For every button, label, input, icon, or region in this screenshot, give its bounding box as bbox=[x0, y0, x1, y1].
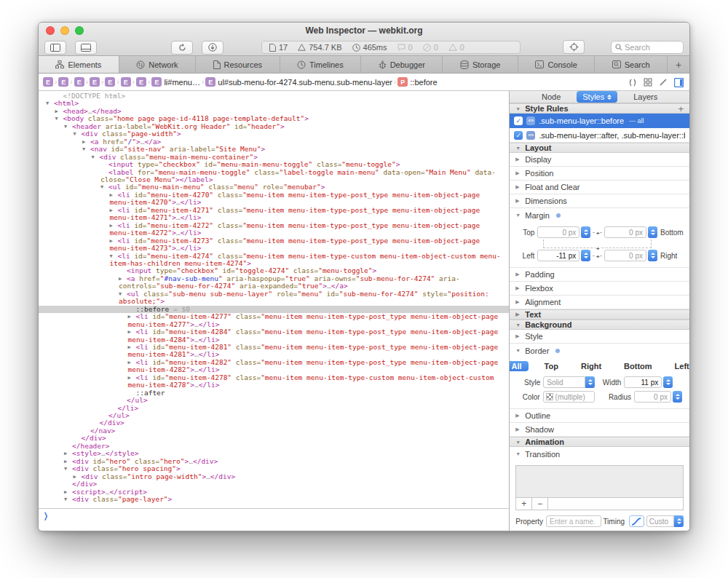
dom-tree-line[interactable]: ::after bbox=[39, 389, 509, 397]
rule-enabled-checkbox[interactable]: ✓ bbox=[514, 131, 523, 140]
reload-button[interactable] bbox=[171, 41, 193, 55]
tab-resources[interactable]: Resources bbox=[196, 56, 280, 73]
dom-tree-line[interactable]: ▶<li id="menu-item-4273" class="menu-ite… bbox=[39, 237, 509, 253]
timing-function-stepper[interactable] bbox=[674, 515, 684, 527]
flexbox-row[interactable]: ▶Flexbox bbox=[510, 282, 689, 296]
download-button[interactable] bbox=[202, 41, 223, 55]
transition-property-input[interactable]: Enter a name. bbox=[546, 515, 601, 527]
border-width-input[interactable]: 11 px bbox=[624, 376, 662, 388]
animation-section-header[interactable]: ▼ Animation bbox=[510, 437, 689, 447]
float-clear-row[interactable]: ▶Float and Clear bbox=[510, 181, 689, 194]
disclosure-arrow[interactable]: ▶ bbox=[64, 450, 72, 457]
toggle-sidebar-icon[interactable] bbox=[674, 78, 684, 87]
alignment-row[interactable]: ▶Alignment bbox=[510, 296, 689, 309]
border-side-tab-all[interactable]: All bbox=[509, 361, 528, 371]
disclosure-arrow[interactable]: ▶ bbox=[82, 138, 90, 146]
breadcrumb-item[interactable]: E bbox=[43, 77, 53, 87]
border-style-stepper[interactable] bbox=[585, 376, 595, 388]
dom-tree-line[interactable]: ▶<li id="menu-item-4278" class="menu-ite… bbox=[39, 374, 509, 389]
pseudo-class-pencil-icon[interactable] bbox=[659, 78, 668, 87]
dom-tree-line[interactable]: </nav> bbox=[39, 427, 509, 435]
padding-row[interactable]: ▶Padding bbox=[510, 268, 689, 282]
outline-row[interactable]: ▶Outline bbox=[510, 409, 689, 423]
breadcrumb-item[interactable]: Eul#sub-menu-for-4274.sub-menu.sub-menu-… bbox=[205, 77, 392, 87]
position-row[interactable]: ▶Position bbox=[510, 167, 689, 181]
sidebar-tab-node[interactable]: Node bbox=[536, 91, 566, 103]
dom-tree-line[interactable]: </ul> bbox=[39, 397, 509, 404]
breadcrumb-item[interactable]: Eli#menu… bbox=[151, 77, 200, 87]
border-side-tab-left[interactable]: Left bbox=[668, 361, 689, 371]
tab-search[interactable]: Search bbox=[595, 56, 668, 73]
timing-function-select[interactable]: Custo bbox=[646, 515, 674, 527]
tab-timelines[interactable]: Timelines bbox=[280, 56, 362, 73]
disclosure-arrow[interactable]: ▼ bbox=[92, 154, 100, 161]
dom-tree-line[interactable]: ▶<li id="menu-item-4284" class="menu-ite… bbox=[39, 328, 509, 344]
margin-top-stepper[interactable] bbox=[581, 226, 590, 238]
breadcrumb-item[interactable]: E bbox=[90, 77, 100, 87]
style-rule-row[interactable]: ✓«».sub-menu-layer::before— all bbox=[510, 114, 689, 128]
disclosure-arrow[interactable]: ▼ bbox=[64, 123, 72, 130]
tab-debugger[interactable]: Debugger bbox=[361, 56, 443, 73]
dom-tree-line[interactable]: ▶<li id="menu-item-4270" class="menu-ite… bbox=[39, 191, 509, 207]
dom-tree-line[interactable]: ▶<a href="#nav-sub-menu" aria-haspopup="… bbox=[39, 275, 509, 290]
border-side-tab-bottom[interactable]: Bottom bbox=[617, 361, 659, 371]
disclosure-arrow[interactable]: ▼ bbox=[100, 183, 108, 191]
border-color-swatch[interactable]: (multiple) bbox=[543, 391, 596, 403]
margin-left-stepper[interactable] bbox=[581, 250, 590, 261]
disclosure-arrow[interactable]: ▶ bbox=[55, 108, 63, 115]
rule-enabled-checkbox[interactable]: ✓ bbox=[514, 116, 523, 125]
disclosure-arrow[interactable]: ▼ bbox=[74, 130, 82, 138]
transition-list[interactable]: + − bbox=[515, 465, 684, 510]
dimensions-row[interactable]: ▶Dimensions bbox=[510, 194, 689, 208]
style-rule-row[interactable]: ✓«».sub-menu-layer::after, .sub-menu-lay… bbox=[510, 128, 689, 143]
layout-section-header[interactable]: ▼ Layout bbox=[510, 143, 689, 153]
dom-tree-line[interactable]: ▶<div class="intro page-width">…</div> bbox=[39, 473, 509, 480]
border-side-tab-top[interactable]: Top bbox=[538, 361, 565, 371]
add-transition-button[interactable]: + bbox=[516, 498, 532, 510]
add-rule-button[interactable]: + bbox=[678, 103, 684, 114]
dom-tree-line[interactable]: ▼<ul class="sub-menu sub-menu-layer" rol… bbox=[39, 290, 509, 306]
margin-row[interactable]: ▼Margin bbox=[510, 208, 689, 222]
remove-transition-button[interactable]: − bbox=[532, 498, 548, 510]
background-section-header[interactable]: ▼ Background bbox=[510, 320, 689, 330]
minimize-window-button[interactable] bbox=[60, 26, 69, 35]
close-window-button[interactable] bbox=[46, 26, 55, 35]
margin-bottom-stepper[interactable] bbox=[648, 226, 657, 238]
tab-elements[interactable]: Elements bbox=[39, 56, 119, 73]
element-picker-button[interactable] bbox=[563, 40, 585, 54]
breadcrumb-item[interactable]: E bbox=[58, 77, 68, 87]
border-width-stepper[interactable] bbox=[663, 376, 673, 388]
quick-console[interactable]: 〉 bbox=[39, 508, 509, 531]
disclosure-arrow[interactable]: ▶ bbox=[64, 488, 72, 496]
text-section-header[interactable]: ▶ Text bbox=[510, 309, 689, 320]
sidebar-tab-layers[interactable]: Layers bbox=[628, 91, 663, 103]
tab-network[interactable]: Network bbox=[119, 56, 196, 73]
dock-side-button[interactable] bbox=[44, 41, 66, 55]
dock-bottom-button[interactable] bbox=[75, 41, 97, 55]
disclosure-arrow[interactable]: ▼ bbox=[82, 146, 90, 153]
margin-right-input[interactable]: 0 px bbox=[604, 250, 646, 261]
margin-top-input[interactable]: 0 px bbox=[537, 226, 579, 238]
shadow-row[interactable]: ▶Shadow bbox=[510, 423, 689, 437]
dom-tree-line[interactable]: <label for="menu-main-menu-toggle" class… bbox=[39, 169, 509, 184]
timing-curve-button[interactable] bbox=[629, 515, 644, 527]
disclosure-arrow[interactable]: ▼ bbox=[55, 115, 63, 122]
transition-row[interactable]: ▼Transition bbox=[510, 447, 689, 461]
dom-tree-line[interactable]: <!DOCTYPE html> bbox=[39, 92, 509, 100]
dom-tree-line[interactable]: ▼<div class="page-layer"> bbox=[39, 496, 509, 503]
dom-tree-line[interactable]: ▶<li id="menu-item-4271" class="menu-ite… bbox=[39, 207, 509, 222]
disclosure-arrow[interactable]: ▼ bbox=[46, 100, 54, 107]
dom-tree-line[interactable]: ▶<li id="menu-item-4277" class="menu-ite… bbox=[39, 313, 509, 328]
dom-tree-line[interactable]: ▶<li id="menu-item-4272" class="menu-ite… bbox=[39, 222, 509, 237]
breadcrumb-item[interactable]: E bbox=[136, 77, 146, 87]
display-row[interactable]: ▶Display bbox=[510, 153, 689, 167]
show-source-icon[interactable] bbox=[628, 79, 637, 87]
style-rules-header[interactable]: ▼ Style Rules + bbox=[510, 103, 689, 114]
breadcrumb-item[interactable]: E bbox=[74, 77, 84, 87]
sidebar-tab-styles[interactable]: Styles bbox=[577, 91, 617, 103]
margin-right-stepper[interactable] bbox=[648, 250, 657, 261]
dom-tree-line[interactable]: ▼<li id="menu-item-4274" class="menu-ite… bbox=[39, 253, 509, 268]
disclosure-arrow[interactable]: ▼ bbox=[64, 465, 72, 472]
breadcrumb-item[interactable]: P::before bbox=[397, 77, 437, 87]
border-style-select[interactable]: Solid bbox=[543, 376, 585, 388]
